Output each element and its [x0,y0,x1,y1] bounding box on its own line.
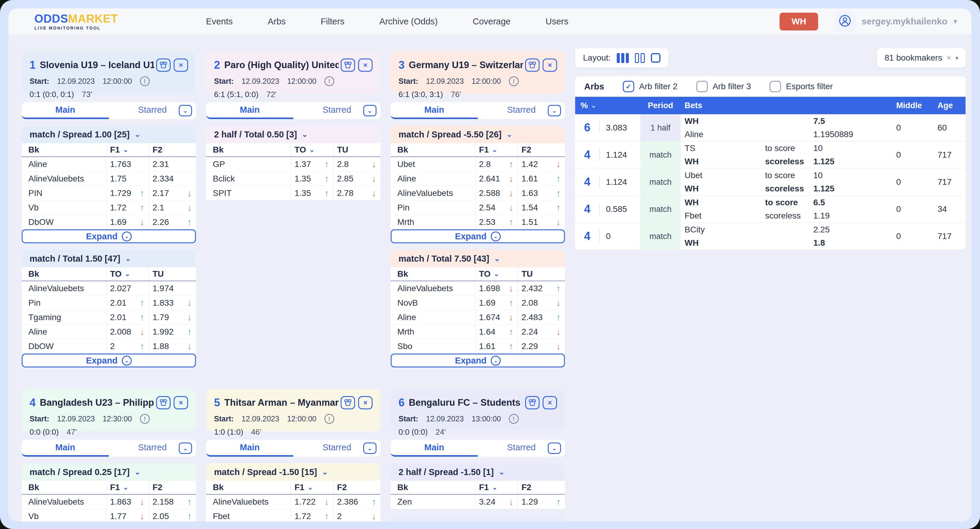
odds-row[interactable]: Aline 1.763 2.31 [22,157,196,172]
odds1-column-header[interactable]: F1⌄ [106,481,149,494]
odds-row[interactable]: GP 1.37↑ 2.8↓ [206,157,380,172]
tab-main[interactable]: Main [206,440,293,457]
checkbox-icon[interactable]: ✓ [623,81,634,92]
tab-main[interactable]: Main [391,440,478,457]
market-section-header[interactable]: 2 half / Spread -1.50 [1] ⌄ [391,463,565,481]
odds2-column-header[interactable]: F2 [518,143,565,156]
bookmakers-select[interactable]: 81 bookmakers × ▾ [877,48,966,68]
arb-row[interactable]: 4 0 match BCity 2.25 WH 1.8 0 717 [575,223,966,250]
odds2-column-header[interactable]: TU [518,267,565,281]
odds-row[interactable]: NovB 1.69↑ 2.08↓ [391,296,565,310]
arb-row[interactable]: 6 3.083 1 half WH 7.5 Aline 1.1950889 0 … [575,114,966,141]
odds-row[interactable]: DbOW 1.69↓ 2.26↑ [22,215,196,229]
expand-button[interactable]: Expand ⌄ [391,354,565,367]
odds-row[interactable]: Fbet 1.72↑ 2↓ [206,509,380,521]
odds-row[interactable]: AlineValuebets 1.863↓ 2.158↑ [22,495,196,509]
filter-checkbox[interactable]: Esports filter [770,81,833,92]
odds1-column-header[interactable]: F1⌄ [106,143,149,156]
odds2-column-header[interactable]: F2 [333,481,380,494]
close-icon[interactable]: × [542,59,557,72]
tab-main[interactable]: Main [391,102,478,119]
odds-row[interactable]: Vb 1.72↑ 2.1↓ [22,200,196,215]
odds-row[interactable]: AlineValuebets 2.588↓ 1.63↑ [391,186,565,200]
checkbox-icon[interactable] [696,81,708,92]
odds-row[interactable]: Tgaming 2.01↑ 1.79↓ [22,310,196,325]
market-section-header[interactable]: match / Spread 0.25 [17] ⌄ [22,463,196,481]
nav-item[interactable]: Coverage [473,17,511,27]
arb-row[interactable]: 4 0.585 match WH to score 6.5 Fbet score… [575,195,966,223]
odds-row[interactable]: Pin 2.01↑ 1.833↓ [22,296,196,310]
expand-button[interactable]: Expand ⌄ [22,354,196,367]
odds-row[interactable]: AlineValuebets 2.027 1.974 [22,281,196,296]
odds-row[interactable]: Mrth 1.64↑ 2.24↓ [391,325,565,339]
odds-row[interactable]: AlineValuebets 1.722↓ 2.386↑ [206,495,380,509]
tab-main[interactable]: Main [22,102,109,119]
odds-row[interactable]: Aline 1.674↓ 2.483↑ [391,310,565,325]
chevron-down-icon[interactable]: ⌄ [363,443,377,454]
odds-row[interactable]: Pin 2.54↓ 1.54↑ [391,200,565,215]
odds1-column-header[interactable]: F1⌄ [475,143,518,156]
chevron-down-icon[interactable]: ⌄ [363,105,377,116]
nav-item[interactable]: Arbs [268,17,286,27]
arb-row[interactable]: 4 1.124 match TS to score 10 WH scoreles… [575,141,966,168]
market-section-header[interactable]: match / Spread -1.50 [15] ⌄ [206,463,380,481]
odds1-column-header[interactable]: F1⌄ [475,481,518,494]
nav-item[interactable]: Users [546,17,568,27]
info-icon[interactable]: ! [325,414,334,424]
odds2-column-header[interactable]: F2 [149,143,196,156]
app-logo[interactable]: ODDSMARKET LIVE MONITORING TOOL [34,13,118,30]
odds-row[interactable]: AlineValuebets 1.698↓ 2.432↑ [391,281,565,296]
chevron-down-icon[interactable]: ⌄ [179,443,192,454]
layout-1col-icon[interactable] [651,53,660,63]
odds2-column-header[interactable]: TU [333,143,380,156]
expand-button[interactable]: Expand ⌄ [391,229,565,243]
archive-icon[interactable] [156,59,170,72]
market-section-header[interactable]: match / Spread 1.00 [25] ⌄ [22,126,196,143]
odds-row[interactable]: Mrth 2.53↑ 1.51↓ [391,215,565,229]
checkbox-icon[interactable] [770,81,781,92]
tab-main[interactable]: Main [22,440,109,457]
percent-column-header[interactable]: %⌄ [575,101,640,110]
close-icon[interactable]: × [173,59,188,72]
archive-icon[interactable] [340,396,355,409]
odds-row[interactable]: Zen 3.24↓ 1.29↑ [391,495,565,509]
nav-item[interactable]: Filters [321,17,345,27]
chevron-down-icon[interactable]: ⌄ [548,443,561,454]
nav-item[interactable]: Events [206,17,233,27]
tab-main[interactable]: Main [206,102,293,119]
nav-item[interactable]: Archive (Odds) [380,17,438,27]
info-icon[interactable]: ! [509,414,519,424]
odds-row[interactable]: AlineValuebets 1.75 2.334 [22,172,196,186]
odds2-column-header[interactable]: F2 [149,481,196,494]
odds2-column-header[interactable]: TU [149,267,196,281]
market-section-header[interactable]: match / Spread -5.50 [26] ⌄ [391,126,565,143]
close-icon[interactable]: × [173,396,188,409]
odds1-column-header[interactable]: F1⌄ [291,481,333,494]
odds-row[interactable]: Sbo 1.61↑ 2.29↓ [391,339,565,354]
odds-row[interactable]: DbOW 2↑ 1.88↓ [22,339,196,354]
clear-icon[interactable]: × [947,53,951,63]
market-section-header[interactable]: 2 half / Total 0.50 [3] ⌄ [206,126,380,143]
odds1-column-header[interactable]: TO⌄ [475,267,518,281]
chevron-down-icon[interactable]: ⌄ [179,105,192,116]
close-icon[interactable]: × [542,396,557,409]
archive-icon[interactable] [340,59,355,72]
archive-icon[interactable] [525,396,539,409]
info-icon[interactable]: ! [509,76,519,86]
close-icon[interactable]: × [358,396,372,409]
market-section-header[interactable]: match / Total 1.50 [47] ⌄ [22,250,196,267]
collapsed-section-band[interactable] [391,516,565,521]
info-icon[interactable]: ! [140,76,150,86]
archive-icon[interactable] [525,59,539,72]
archive-icon[interactable] [156,396,170,409]
user-menu[interactable]: sergey.mykhailenko ▾ [834,11,957,32]
filter-checkbox[interactable]: Arb filter 3 [696,81,751,92]
odds-row[interactable]: Vb 1.77↓ 2.05↑ [22,509,196,521]
layout-2col-icon[interactable] [635,53,645,63]
info-icon[interactable]: ! [325,76,334,86]
chevron-down-icon[interactable]: ⌄ [548,105,561,116]
odds-row[interactable]: Bclick 1.35↑ 2.85↓ [206,172,380,186]
arb-row[interactable]: 4 1.124 match Ubet to score 10 WH scorel… [575,168,966,195]
layout-3col-icon[interactable] [617,53,629,63]
wh-button[interactable]: WH [780,13,818,30]
